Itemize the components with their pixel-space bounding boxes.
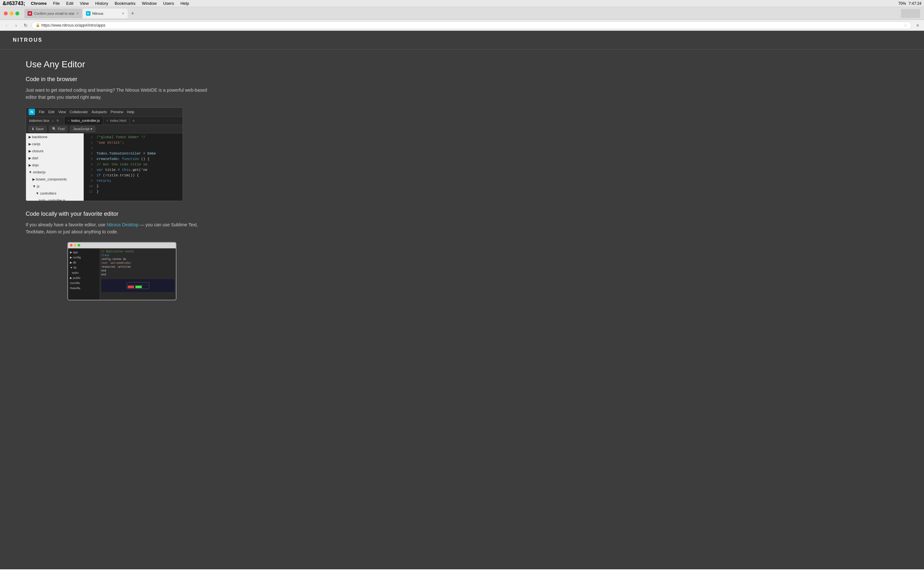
back-button[interactable]: ‹	[3, 21, 10, 29]
screenshot-item-8: Rakefile	[69, 285, 99, 291]
code-content-4: Todos.TodosController = Embe	[97, 151, 156, 156]
menubar-view[interactable]: View	[78, 1, 91, 6]
line-number-4: 4	[86, 151, 93, 156]
window-maximize-button[interactable]	[15, 11, 19, 15]
main-content: Use Any Editor Code in the browser Just …	[0, 50, 244, 313]
ide-menu-edit[interactable]: Edit	[48, 110, 55, 114]
menubar-edit[interactable]: Edit	[63, 1, 76, 6]
nitrous-tab-close[interactable]: ×	[122, 11, 124, 16]
code-content-5: createTodo: function () {	[97, 156, 150, 162]
screenshot-code-2: class	[102, 253, 174, 258]
tree-js[interactable]: ▼ js	[26, 183, 83, 190]
ide-file-tab-close-index[interactable]: ×	[107, 119, 108, 122]
ide-tab-home-icon[interactable]: ⌂	[52, 119, 54, 122]
subsection-body-local-prefix: If you already have a favorite editor, u…	[26, 222, 107, 227]
gmail-tab-close[interactable]: ×	[76, 11, 79, 16]
window-widget	[901, 9, 920, 18]
tree-controllers[interactable]: ▼ controllers	[26, 190, 83, 197]
svg-rect-3	[136, 285, 142, 288]
menubar-right: 70% 7:47:24	[898, 1, 921, 6]
ide-file-tab-todos[interactable]: × todos_controller.js	[65, 117, 103, 125]
ide-menu-file[interactable]: File	[39, 110, 45, 114]
clock: 7:47:24	[909, 1, 921, 6]
menubar-users[interactable]: Users	[160, 1, 176, 6]
ide-tab-refresh-icon[interactable]: ↻	[57, 119, 59, 122]
laptop-screenshot-container: ▶ app ▶ config ▶ db ▼ lib tasks ▶ public…	[26, 242, 218, 300]
ide-menu-collaborate[interactable]: Collaborate	[69, 110, 87, 114]
tree-closure[interactable]: ▶ closure	[26, 147, 83, 155]
line-number-11: 11	[86, 189, 93, 195]
tree-bower-components[interactable]: ▶ bower_components	[26, 176, 83, 183]
line-number-10: 10	[86, 184, 93, 189]
screenshot-sidebar: ▶ app ▶ config ▶ db ▼ lib tasks ▶ public…	[68, 248, 100, 300]
ide-save-label: Save	[36, 127, 44, 131]
new-tab-button[interactable]: +	[128, 9, 137, 18]
ide-language-selector[interactable]: JavaScript ▾	[70, 126, 95, 132]
ide-screenshot: N File Edit View Collaborate Autoparts P…	[26, 107, 183, 201]
ide-menu-preview[interactable]: Preview	[111, 110, 123, 114]
address-input[interactable]: 🔒 https://www.nitrous.io/app#/intro/apps…	[31, 21, 912, 29]
menubar-help[interactable]: Help	[178, 1, 192, 6]
ide-save-button[interactable]: ⬇ Save	[29, 126, 47, 132]
ide-find-icon: 🔍	[52, 127, 57, 131]
ide-file-tab-index[interactable]: × index.html	[103, 117, 129, 125]
tree-dojo[interactable]: ▶ dojo	[26, 161, 83, 169]
ide-find-button[interactable]: 🔍 Find	[49, 126, 67, 132]
window-minimize-button[interactable]	[10, 11, 13, 15]
menubar-bookmarks[interactable]: Bookmarks	[112, 1, 138, 6]
line-number-2: 2	[86, 140, 93, 145]
ide-add-tab-button[interactable]: +	[129, 118, 137, 123]
tree-todo-controller[interactable]: todo_controller.js	[26, 197, 83, 201]
code-line-10: 10 }	[84, 184, 183, 189]
tree-dart[interactable]: ▶ dart	[26, 155, 83, 161]
ide-body: ▶ backbone ▶ canjs ▶ closure ▶ dart ▶ do…	[26, 133, 183, 201]
address-bar: ‹ › ↻ 🔒 https://www.nitrous.io/app#/intr…	[0, 20, 924, 31]
ide-menu-help[interactable]: Help	[127, 110, 134, 114]
code-line-8: 8 if (!title.trim()) {	[84, 173, 183, 178]
code-line-7: 7 var title = this.get('ne	[84, 167, 183, 173]
menubar-window[interactable]: Window	[139, 1, 159, 6]
gmail-favicon: M	[27, 11, 32, 16]
page-section-title: Use Any Editor	[26, 59, 218, 69]
apple-menu[interactable]: &#63743;	[3, 1, 25, 6]
tree-canjs[interactable]: ▶ canjs	[26, 140, 83, 147]
screenshot-code-6: end	[102, 269, 174, 273]
screenshot-code: // Application routes class config.route…	[100, 248, 176, 300]
ide-project-tab[interactable]: todomvc-box ⌂ ↻	[26, 117, 65, 125]
nitrous-favicon: N	[86, 11, 90, 16]
code-line-3: 3	[84, 145, 183, 151]
menubar-history[interactable]: History	[93, 1, 111, 6]
nitrous-desktop-link[interactable]: Nitrous Desktop	[107, 222, 139, 227]
screenshot-preview	[102, 279, 174, 292]
ide-file-tab-close-todos[interactable]: ×	[68, 119, 69, 122]
ide-menu-autoparts[interactable]: Autoparts	[92, 110, 107, 114]
nitrous-tab[interactable]: N Nitrous ×	[83, 9, 128, 18]
line-number-8: 8	[86, 173, 93, 178]
tree-emberjs[interactable]: ▼ emberjs	[26, 169, 83, 176]
forward-button[interactable]: ›	[12, 21, 20, 29]
svg-rect-2	[128, 285, 134, 288]
gmail-tab[interactable]: M Confirm your email to star ×	[24, 9, 82, 18]
ide-menu-view[interactable]: View	[58, 110, 66, 114]
tree-backbone[interactable]: ▶ backbone	[26, 133, 83, 140]
site-header: NITROUS	[0, 31, 924, 50]
code-content-10: }	[97, 184, 99, 189]
code-content-2: 'use strict';	[97, 140, 124, 145]
screenshot-item-7: Gemfile	[69, 280, 99, 285]
ide-tabbar: todomvc-box ⌂ ↻ × todos_controller.js × …	[26, 117, 183, 125]
subsection-body-browser: Just want to get started coding and lear…	[26, 87, 218, 101]
chrome-menu-button[interactable]: ≡	[914, 21, 921, 29]
line-number-7: 7	[86, 167, 93, 173]
bookmark-star-icon[interactable]: ☆	[903, 23, 908, 28]
menubar-file[interactable]: File	[50, 1, 62, 6]
chrome-titlebar: M Confirm your email to star × N Nitrous…	[0, 7, 924, 20]
ide-file-tree: ▶ backbone ▶ canjs ▶ closure ▶ dart ▶ do…	[26, 133, 84, 201]
screenshot-titlebar	[68, 243, 176, 248]
menubar-chrome[interactable]: Chrome	[28, 1, 49, 6]
ide-code-editor[interactable]: 1 /*global Todos Ember */ 2 'use strict'…	[84, 133, 183, 201]
refresh-button[interactable]: ↻	[22, 21, 29, 29]
address-text[interactable]: https://www.nitrous.io/app#/intro/apps	[41, 23, 105, 27]
screenshot-dot-close	[70, 244, 73, 247]
window-close-button[interactable]	[4, 11, 8, 15]
code-line-1: 1 /*global Todos Ember */	[84, 135, 183, 140]
